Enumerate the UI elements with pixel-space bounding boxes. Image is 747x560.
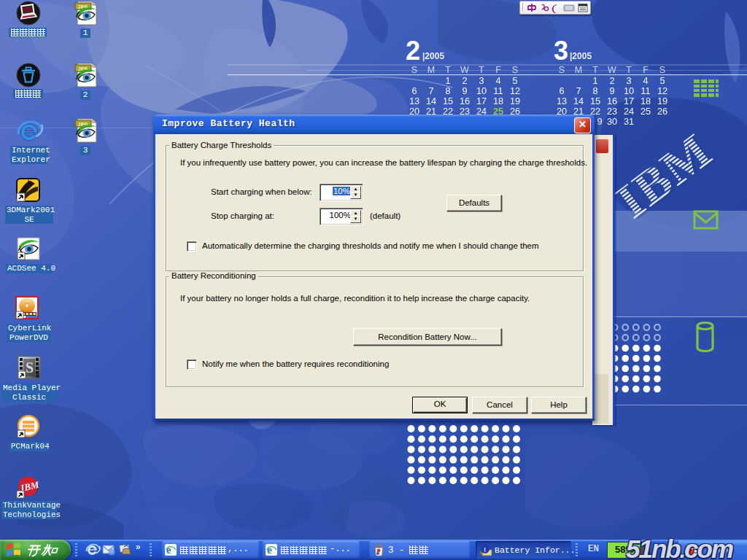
svg-text:19: 19 [510, 96, 520, 106]
svg-text:!: ! [484, 546, 486, 553]
svg-text:14: 14 [426, 96, 436, 106]
svg-text:16: 16 [460, 96, 470, 106]
svg-text:S: S [559, 65, 565, 75]
svg-text:18: 18 [640, 96, 651, 106]
svg-text:12: 12 [657, 85, 667, 96]
svg-text:5: 5 [659, 75, 665, 86]
svg-text:11: 11 [493, 85, 503, 96]
svg-text:24: 24 [624, 106, 634, 117]
svg-text:3: 3 [479, 75, 484, 86]
svg-text:1: 1 [445, 75, 450, 86]
svg-text:F: F [495, 65, 501, 75]
svg-text:13: 13 [557, 96, 567, 106]
svg-text:T: T [626, 65, 632, 75]
svg-text:|2005: |2005 [422, 51, 444, 61]
svg-text:S: S [659, 65, 665, 75]
svg-text:3: 3 [554, 36, 568, 66]
svg-text:|2005: |2005 [570, 51, 592, 61]
svg-text:M: M [427, 65, 435, 75]
svg-text:4: 4 [495, 75, 500, 86]
svg-text:17: 17 [476, 96, 487, 106]
svg-text:13: 13 [409, 96, 419, 106]
svg-text:15: 15 [443, 96, 453, 106]
svg-text:9: 9 [597, 116, 602, 127]
svg-text:25: 25 [640, 106, 651, 117]
svg-text:9: 9 [462, 85, 467, 96]
svg-text:26: 26 [657, 106, 667, 117]
svg-text:3: 3 [626, 75, 631, 86]
svg-text:7: 7 [428, 85, 433, 96]
svg-text:17: 17 [624, 96, 634, 106]
svg-text:W: W [460, 65, 469, 75]
svg-text:W: W [608, 65, 616, 75]
svg-text:8: 8 [592, 85, 597, 96]
svg-text:19: 19 [657, 96, 667, 106]
svg-text:T: T [479, 65, 484, 75]
svg-text:23: 23 [607, 106, 617, 117]
svg-text:T: T [592, 65, 598, 75]
svg-text:S: S [512, 65, 518, 75]
svg-text:30: 30 [607, 116, 617, 127]
svg-text:14: 14 [573, 96, 584, 106]
svg-text:2: 2 [406, 36, 420, 66]
svg-text:4: 4 [643, 75, 648, 86]
svg-text:5: 5 [512, 75, 517, 86]
svg-text:T: T [445, 65, 451, 75]
svg-text:31: 31 [624, 116, 634, 127]
svg-text:10: 10 [476, 85, 487, 96]
svg-text:6: 6 [559, 85, 564, 96]
svg-text:e: e [166, 544, 171, 556]
svg-text:1: 1 [592, 75, 597, 86]
svg-text:7: 7 [576, 85, 581, 96]
svg-text:8: 8 [445, 85, 450, 96]
svg-text:6: 6 [411, 85, 417, 96]
svg-text:15: 15 [590, 96, 600, 106]
svg-text:16: 16 [607, 96, 617, 106]
svg-text:M: M [575, 65, 582, 75]
svg-text:18: 18 [493, 96, 503, 106]
svg-text:F: F [643, 65, 649, 75]
svg-text:2: 2 [462, 75, 467, 86]
svg-text:S: S [411, 65, 417, 75]
svg-text:2: 2 [609, 75, 614, 86]
svg-text:9: 9 [609, 85, 614, 96]
svg-text:11: 11 [640, 85, 650, 96]
svg-text:10: 10 [624, 85, 634, 96]
svg-text:S: S [26, 359, 34, 376]
svg-text:12: 12 [510, 85, 520, 96]
svg-text:e: e [267, 544, 272, 556]
